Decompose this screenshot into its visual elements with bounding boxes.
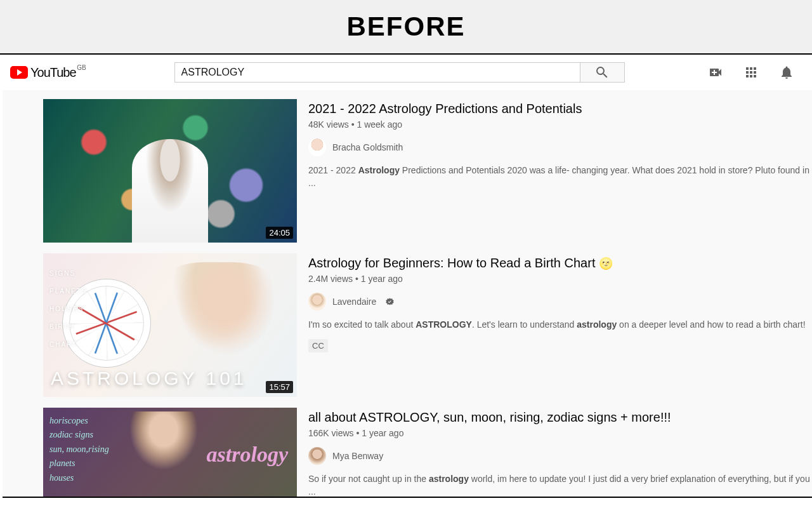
topbar-actions [708, 55, 794, 90]
channel-avatar [308, 293, 326, 311]
video-duration: 24:05 [266, 227, 293, 239]
video-stats: 166K views • 1 year ago [308, 428, 812, 438]
closed-captions-badge: CC [308, 339, 328, 352]
channel-avatar [308, 138, 326, 156]
banner-label: BEFORE [346, 11, 465, 42]
thumb-overlay-labels: horiscopes zodiac signs sun, moon,rising… [49, 414, 109, 485]
video-description: I'm so excited to talk about ASTROLOGY. … [308, 318, 812, 331]
create-video-icon[interactable] [708, 65, 723, 80]
channel-link[interactable]: Mya Benway [308, 447, 812, 465]
thumb-person-graphic [107, 411, 221, 497]
before-banner: BEFORE [0, 0, 812, 55]
video-thumbnail[interactable]: SIGNS PLANETS HOUSES BIRTH CHART ASTROLO… [43, 253, 297, 397]
video-description: So if your not caught up in the astrolog… [308, 472, 812, 498]
video-thumbnail[interactable]: 24:05 [43, 99, 297, 243]
video-result: SIGNS PLANETS HOUSES BIRTH CHART ASTROLO… [43, 253, 812, 397]
youtube-play-icon [10, 66, 28, 79]
channel-name: Lavendaire [332, 297, 376, 307]
logo-brand-text: YouTube [30, 65, 76, 80]
verified-badge-icon [385, 297, 395, 307]
channel-link[interactable]: Bracha Goldsmith [308, 138, 812, 156]
search-form [174, 62, 625, 83]
video-description: 2021 - 2022 Astrology Predictions and Po… [308, 164, 812, 190]
video-result: horiscopes zodiac signs sun, moon,rising… [43, 408, 812, 498]
thumb-overlay-word: astrology [207, 443, 288, 467]
channel-avatar [308, 447, 326, 465]
video-stats: 48K views • 1 week ago [308, 119, 812, 130]
topbar: YouTube GB [0, 55, 812, 90]
video-duration: 15:57 [266, 381, 293, 393]
video-thumbnail[interactable]: horiscopes zodiac signs sun, moon,rising… [43, 408, 297, 497]
thumb-overlay-labels: SIGNS PLANETS HOUSES BIRTH CHART [49, 265, 88, 354]
video-title[interactable]: all about ASTROLOGY, sun, moon, rising, … [308, 410, 671, 424]
thumb-overlay-title: ASTROLOGY 101 [51, 368, 247, 389]
apps-grid-icon[interactable] [743, 65, 759, 80]
video-result: 24:05 2021 - 2022 Astrology Predictions … [43, 99, 812, 243]
search-icon [594, 65, 610, 80]
channel-link[interactable]: Lavendaire [308, 293, 812, 311]
channel-name: Mya Benway [332, 451, 383, 461]
youtube-logo[interactable]: YouTube GB [10, 65, 76, 80]
video-stats: 2.4M views • 1 year ago [308, 274, 812, 284]
video-title[interactable]: 2021 - 2022 Astrology Predictions and Po… [308, 102, 582, 116]
search-input[interactable] [174, 62, 580, 83]
logo-region: GB [77, 64, 86, 71]
search-button[interactable] [580, 62, 625, 83]
video-title[interactable]: Astrology for Beginners: How to Read a B… [308, 256, 613, 270]
results-area: 24:05 2021 - 2022 Astrology Predictions … [3, 90, 812, 498]
notifications-bell-icon[interactable] [779, 65, 794, 80]
channel-name: Bracha Goldsmith [332, 142, 403, 152]
